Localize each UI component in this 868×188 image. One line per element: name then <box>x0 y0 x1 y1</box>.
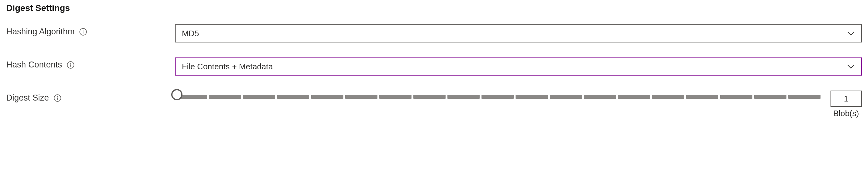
slider-segment <box>243 95 275 99</box>
digest-size-label: Digest Size <box>6 93 49 103</box>
svg-point-5 <box>70 63 71 63</box>
svg-point-2 <box>83 30 84 30</box>
hashing-algorithm-select[interactable]: MD5 <box>175 24 862 42</box>
chevron-down-icon <box>846 62 856 71</box>
hash-contents-row: Hash Contents File Contents + Metadata <box>6 58 862 75</box>
slider-segment <box>345 95 377 99</box>
info-icon[interactable] <box>67 61 75 69</box>
slider-segment <box>277 95 309 99</box>
digest-size-value-input[interactable]: 1 <box>831 91 862 107</box>
slider-segment <box>754 95 786 99</box>
chevron-down-icon <box>846 29 856 38</box>
slider-segment <box>209 95 241 99</box>
info-icon[interactable] <box>54 94 62 102</box>
hash-contents-select[interactable]: File Contents + Metadata <box>175 58 862 75</box>
hashing-algorithm-row: Hashing Algorithm MD5 <box>6 24 862 42</box>
slider-segment <box>652 95 684 99</box>
svg-point-8 <box>57 96 58 96</box>
slider-segment <box>618 95 650 99</box>
slider-segment <box>413 95 445 99</box>
hashing-algorithm-value: MD5 <box>182 29 199 38</box>
hash-contents-label: Hash Contents <box>6 60 62 70</box>
slider-segment <box>550 95 582 99</box>
hash-contents-value: File Contents + Metadata <box>182 62 273 71</box>
digest-size-row: Digest Size 1 Blob(s) <box>6 91 862 118</box>
slider-segment <box>447 95 479 99</box>
slider-segment <box>686 95 718 99</box>
slider-segment <box>311 95 343 99</box>
slider-segment <box>482 95 514 99</box>
digest-size-unit: Blob(s) <box>833 109 859 118</box>
hashing-algorithm-label: Hashing Algorithm <box>6 27 75 36</box>
section-title: Digest Settings <box>6 3 862 13</box>
digest-size-slider[interactable] <box>175 91 820 99</box>
slider-segment <box>516 95 548 99</box>
slider-segment <box>720 95 752 99</box>
slider-segment <box>379 95 411 99</box>
slider-thumb[interactable] <box>171 89 183 100</box>
info-icon[interactable] <box>79 28 87 36</box>
slider-segment <box>584 95 616 99</box>
slider-segment <box>788 95 820 99</box>
